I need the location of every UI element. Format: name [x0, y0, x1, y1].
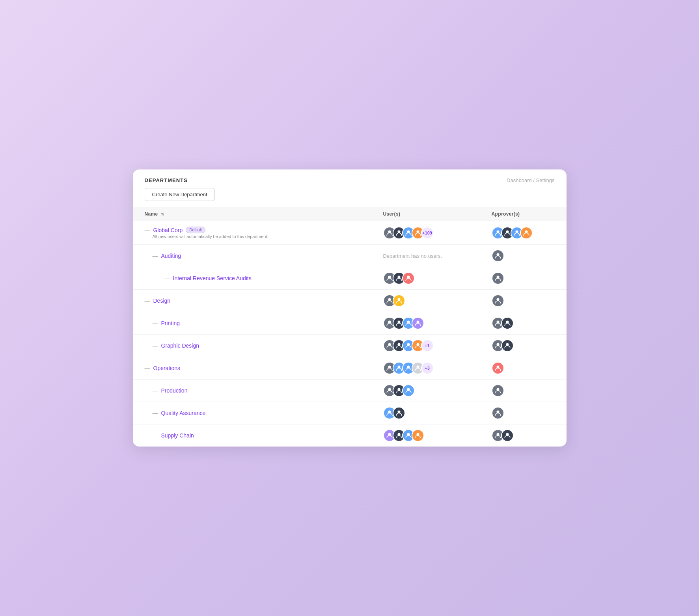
- card-header: DEPARTMENTS Dashboard / Settings: [133, 169, 567, 188]
- table-row: —Global CorpDefaultAll new users will au…: [133, 221, 567, 245]
- avatar: [412, 429, 424, 442]
- dash-icon: —: [153, 320, 158, 326]
- avatar-group: [383, 407, 472, 419]
- avatar: [492, 362, 504, 374]
- avatar-group: [383, 294, 472, 307]
- departments-card: DEPARTMENTS Dashboard / Settings Create …: [133, 169, 567, 447]
- avatar: [501, 339, 514, 352]
- avatar-group: [383, 429, 472, 442]
- avatar-group: [492, 317, 555, 329]
- dept-link-quality-assurance[interactable]: Quality Assurance: [161, 410, 206, 416]
- table-row: —Internal Revenue Service Audits: [133, 267, 567, 290]
- col-users: User(s): [371, 207, 480, 221]
- avatar: [501, 317, 514, 329]
- table-row: —Graphic Design+1: [133, 335, 567, 357]
- avatar-group: [492, 272, 555, 285]
- table-header-row: Name ⇅ User(s) Approver(s): [133, 207, 567, 221]
- dept-link-supply-chain[interactable]: Supply Chain: [161, 432, 194, 439]
- avatar-group: [383, 317, 472, 329]
- avatar-group: +3: [383, 362, 472, 374]
- avatar-count: +109: [421, 227, 434, 239]
- avatar-group: [492, 339, 555, 352]
- dash-icon: —: [164, 275, 170, 281]
- dash-icon: —: [153, 387, 158, 394]
- department-name-row: —Production: [153, 387, 360, 394]
- dash-icon: —: [145, 298, 150, 304]
- department-name-row: —Internal Revenue Service Audits: [164, 275, 360, 281]
- dept-link-global-corp[interactable]: Global Corp: [153, 227, 183, 233]
- avatar: [492, 384, 504, 397]
- avatar-group: [492, 384, 555, 397]
- avatar-group: [492, 407, 555, 419]
- department-name-row: —Printing: [153, 320, 360, 326]
- table-row: —Production: [133, 380, 567, 402]
- dash-icon: —: [145, 365, 150, 371]
- default-badge: Default: [186, 227, 205, 233]
- avatar: [402, 272, 415, 285]
- avatar-group: +1: [383, 339, 472, 352]
- avatar: [492, 407, 504, 419]
- dept-link-operations[interactable]: Operations: [153, 365, 180, 371]
- table-row: —Design: [133, 290, 567, 312]
- avatar-group: [492, 362, 555, 374]
- avatar: [492, 249, 504, 262]
- avatar-group: +109: [383, 227, 472, 239]
- avatar: [492, 294, 504, 307]
- avatar: [393, 294, 405, 307]
- dash-icon: —: [153, 253, 158, 259]
- avatar: [520, 227, 533, 239]
- page-title: DEPARTMENTS: [145, 177, 188, 183]
- avatar: [492, 272, 504, 285]
- avatar: [412, 317, 424, 329]
- department-name-row: —Design: [145, 298, 360, 304]
- departments-table: Name ⇅ User(s) Approver(s) —Global CorpD…: [133, 207, 567, 447]
- dept-link-design[interactable]: Design: [153, 298, 171, 304]
- breadcrumb: Dashboard / Settings: [507, 177, 554, 183]
- dept-link-production[interactable]: Production: [161, 387, 188, 394]
- table-row: —AuditingDepartment has no users.: [133, 245, 567, 267]
- avatar: [393, 407, 405, 419]
- avatar-group: [492, 294, 555, 307]
- dept-link-graphic-design[interactable]: Graphic Design: [161, 342, 199, 349]
- department-name-row: —Auditing: [153, 253, 360, 259]
- department-subtitle: All new users will automatically be adde…: [153, 234, 360, 239]
- department-name-row: —Operations: [145, 365, 360, 371]
- table-row: —Supply Chain: [133, 424, 567, 447]
- department-name-row: —Supply Chain: [153, 432, 360, 439]
- dash-icon: —: [153, 342, 158, 349]
- avatar-count: +3: [421, 362, 434, 374]
- dash-icon: —: [153, 432, 158, 439]
- table-row: —Printing: [133, 312, 567, 335]
- avatar-group: [383, 272, 472, 285]
- create-department-button[interactable]: Create New Department: [145, 188, 215, 201]
- avatar-count: +1: [421, 339, 434, 352]
- no-users-text: Department has no users.: [383, 253, 442, 259]
- table-row: —Quality Assurance: [133, 402, 567, 424]
- avatar-group: [383, 384, 472, 397]
- avatar-group: [492, 227, 555, 239]
- dept-link-printing[interactable]: Printing: [161, 320, 180, 326]
- sort-icon[interactable]: ⇅: [161, 212, 164, 216]
- department-name-row: —Global CorpDefault: [145, 227, 360, 233]
- dept-link-auditing[interactable]: Auditing: [161, 253, 181, 259]
- dash-icon: —: [153, 410, 158, 416]
- avatar: [501, 429, 514, 442]
- department-name-row: —Graphic Design: [153, 342, 360, 349]
- dept-link-irs-audits[interactable]: Internal Revenue Service Audits: [173, 275, 252, 281]
- avatar-group: [492, 429, 555, 442]
- col-name: Name ⇅: [133, 207, 371, 221]
- dash-icon: —: [145, 227, 150, 233]
- table-row: —Operations+3: [133, 357, 567, 380]
- col-approvers: Approver(s): [480, 207, 567, 221]
- avatar-group: [492, 249, 555, 262]
- department-name-row: —Quality Assurance: [153, 410, 360, 416]
- avatar: [402, 384, 415, 397]
